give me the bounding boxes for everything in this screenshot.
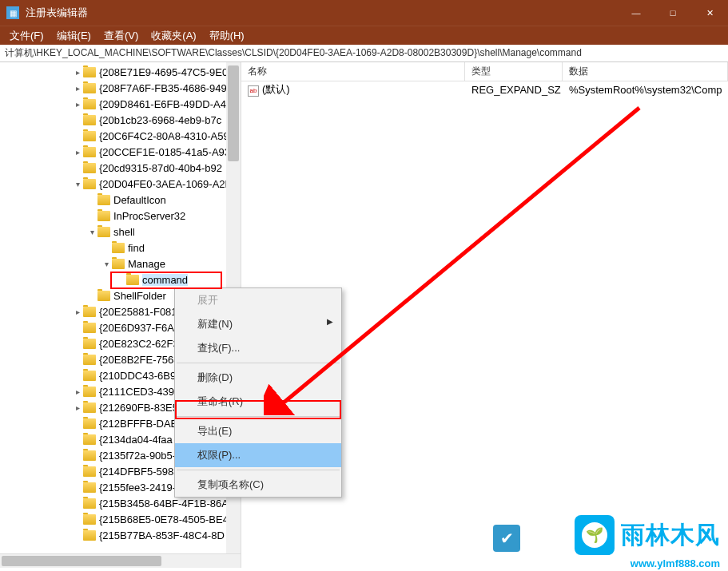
watermark-url: www.ylmf888.com — [631, 557, 720, 569]
folder-icon — [97, 195, 110, 205]
menu-view[interactable]: 查看(V) — [97, 27, 145, 45]
watermark-logo-inner: 🌱 — [582, 522, 607, 548]
tree-item[interactable]: ▸{209D8461-E6FB-49DD-A4 — [0, 96, 241, 112]
folder-icon — [112, 259, 125, 269]
tree-horizontal-scrollbar[interactable] — [0, 553, 241, 568]
address-bar[interactable]: 计算机\HKEY_LOCAL_MACHINE\SOFTWARE\Classes\… — [0, 45, 728, 62]
tree-item-label: {215B68E5-0E78-4505-BE4 — [99, 514, 229, 525]
tree-item[interactable]: InProcServer32 — [0, 208, 241, 224]
tree-item[interactable]: {20cd9315-87d0-40b4-b92 — [0, 160, 241, 176]
tree-item-label: DefaultIcon — [113, 194, 166, 206]
col-data[interactable]: 数据 — [563, 62, 728, 81]
expander-icon[interactable]: ▾ — [101, 260, 112, 268]
cm-rename[interactable]: 重命名(R) — [175, 390, 341, 414]
watermark-small-icon: ✔ — [493, 525, 520, 552]
tree-item-label: ShellFolder — [113, 290, 166, 302]
cm-delete[interactable]: 删除(D) — [175, 366, 341, 390]
tree-item[interactable]: ▸{208E71E9-4695-47C5-9E0 — [0, 64, 241, 80]
tree-item-label: {20C6F4C2-80A8-4310-A59 — [99, 130, 229, 142]
cell-name: ab(默认) — [241, 82, 465, 97]
value-name: (默认) — [262, 83, 290, 95]
menu-favorites[interactable]: 收藏夹(A) — [145, 27, 202, 45]
tree-item[interactable]: find — [0, 240, 241, 256]
watermark: 🌱 雨林木风 www.ylmf888.com — [575, 515, 720, 555]
maximize-button[interactable]: □ — [654, 0, 691, 26]
cm-separator — [177, 363, 340, 363]
tree-item[interactable]: {20C6F4C2-80A8-4310-A59 — [0, 128, 241, 144]
tree-item-label: {20E8B2FE-7568 — [99, 354, 179, 366]
tree-item-label: {2134da04-4faa — [99, 434, 173, 446]
cm-separator — [177, 470, 340, 470]
folder-icon — [83, 434, 96, 445]
hscrollbar-thumb[interactable] — [2, 556, 161, 566]
tree-item[interactable]: {215B77BA-853F-48C4-8D — [0, 527, 241, 543]
expander-icon[interactable]: ▾ — [86, 228, 97, 236]
watermark-logo: 🌱 — [575, 515, 615, 555]
expander-icon[interactable]: ▸ — [72, 403, 83, 412]
cm-export[interactable]: 导出(E) — [175, 419, 341, 443]
col-type[interactable]: 类型 — [465, 62, 563, 81]
cm-permissions[interactable]: 权限(P)... — [175, 443, 341, 467]
expander-icon[interactable]: ▸ — [72, 68, 83, 77]
tree-item-label: {20E25881-F081 — [99, 306, 177, 318]
folder-icon — [83, 371, 96, 381]
folder-icon — [83, 147, 96, 157]
tree-item-label: {210DDC43-6B9 — [99, 370, 176, 382]
folder-icon — [83, 355, 96, 365]
tree-item-label: {20b1cb23-6968-4eb9-b7c — [99, 114, 221, 126]
minimize-button[interactable]: — — [618, 0, 654, 26]
scrollbar-thumb[interactable] — [228, 65, 239, 161]
folder-icon — [126, 275, 139, 285]
tree-item-label: {215B77BA-853F-48C4-8D — [99, 529, 225, 541]
tree-item[interactable]: ▾{20D04FE0-3AEA-1069-A2D — [0, 176, 241, 192]
cm-copy-key-name[interactable]: 复制项名称(C) — [175, 473, 341, 497]
expander-icon[interactable]: ▾ — [72, 180, 83, 188]
expander-icon[interactable]: ▸ — [72, 100, 83, 109]
tree-item[interactable]: {20b1cb23-6968-4eb9-b7c — [0, 112, 241, 128]
folder-icon — [83, 179, 96, 189]
tree-item-label: {208F7A6F-FB35-4686-949 — [99, 82, 227, 94]
tree-item-label: command — [142, 274, 188, 286]
cm-new[interactable]: 新建(N)▶ — [175, 312, 341, 336]
cell-data: %SystemRoot%\system32\Comp — [563, 84, 728, 96]
menu-help[interactable]: 帮助(H) — [203, 27, 251, 45]
folder-icon — [83, 323, 96, 333]
col-name[interactable]: 名称 — [241, 62, 465, 81]
folder-icon — [97, 227, 110, 237]
expander-icon[interactable]: ▸ — [72, 148, 83, 157]
tree-item-label: InProcServer32 — [113, 210, 185, 222]
menu-bar: 文件(F) 编辑(E) 查看(V) 收藏夹(A) 帮助(H) — [0, 26, 728, 45]
folder-icon — [83, 387, 96, 397]
tree-item-label: {2111CED3-439 — [99, 386, 174, 398]
folder-icon — [83, 83, 96, 93]
tree-item[interactable]: ▾Manage — [0, 256, 241, 272]
tree-item[interactable]: DefaultIcon — [0, 192, 241, 208]
menu-edit[interactable]: 编辑(E) — [50, 27, 97, 45]
tree-item[interactable]: {215B3458-64BF-4F1B-86A — [0, 495, 241, 511]
folder-icon — [97, 211, 110, 221]
folder-icon — [83, 131, 96, 141]
tree-item[interactable]: ▸{20CCEF1E-0185-41a5-A93 — [0, 144, 241, 160]
submenu-arrow-icon: ▶ — [327, 317, 333, 326]
expander-icon[interactable]: ▸ — [72, 84, 83, 93]
app-icon: ▦ — [6, 6, 19, 19]
tree-item[interactable]: ▸{208F7A6F-FB35-4686-949 — [0, 80, 241, 96]
folder-icon — [97, 291, 110, 301]
folder-icon — [83, 418, 96, 429]
watermark-text: 雨林木风 — [621, 519, 720, 552]
cm-find[interactable]: 查找(F)... — [175, 336, 341, 360]
tree-item-label: {212690FB-83E5 — [99, 402, 178, 414]
tree-item[interactable]: ▾shell — [0, 224, 241, 240]
string-value-icon: ab — [248, 85, 259, 97]
close-button[interactable]: ✕ — [691, 0, 728, 26]
folder-icon — [83, 450, 96, 461]
menu-file[interactable]: 文件(F) — [3, 27, 50, 45]
folder-icon — [83, 466, 96, 477]
tree-item-label: {20CCEF1E-0185-41a5-A93 — [99, 146, 230, 158]
expander-icon[interactable]: ▸ — [72, 387, 83, 396]
list-row[interactable]: ab(默认) REG_EXPAND_SZ %SystemRoot%\system… — [241, 81, 728, 97]
folder-icon — [83, 514, 96, 525]
tree-item[interactable]: command — [0, 272, 241, 287]
expander-icon[interactable]: ▸ — [72, 307, 83, 316]
tree-item[interactable]: {215B68E5-0E78-4505-BE4 — [0, 511, 241, 527]
